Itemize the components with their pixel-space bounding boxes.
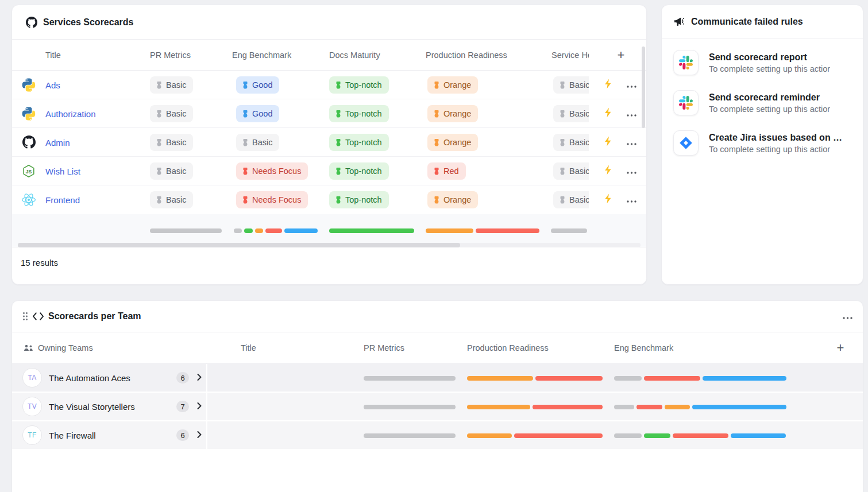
service-title-link[interactable]: Frontend xyxy=(45,195,80,205)
team-count-badge: 7 xyxy=(176,401,189,412)
teams-panel-title: Scorecards per Team xyxy=(48,311,141,321)
col-production-readiness[interactable]: Production Readiness xyxy=(426,51,507,60)
pr-metrics-badge[interactable]: Basic xyxy=(150,191,193,208)
col-docs-maturity[interactable]: Docs Maturity xyxy=(329,51,380,60)
rule-item-send-scorecard-reminder[interactable]: Send scorecard reminder To complete sett… xyxy=(673,90,851,115)
pr-metrics-badge[interactable]: Basic xyxy=(150,105,193,122)
teams-column-header: Owning Teams Title PR Metrics Production… xyxy=(12,332,863,364)
col-title[interactable]: Title xyxy=(45,51,61,60)
production-readiness-badge[interactable]: Orange xyxy=(427,105,478,122)
panel-menu-icon[interactable] xyxy=(843,311,852,321)
eng-benchmark-bars xyxy=(614,405,786,409)
eng-benchmark-badge[interactable]: Needs Focus xyxy=(236,162,308,180)
rule-items-list: Send scorecard report To complete settin… xyxy=(662,38,863,156)
service-health-cell: Basic xyxy=(553,105,589,122)
service-row-admin[interactable]: Admin Basic Basic Top-notch Orange Basic xyxy=(12,128,646,157)
drag-handle-icon[interactable] xyxy=(22,312,28,321)
production-readiness-badge[interactable]: Orange xyxy=(427,191,478,208)
service-row-authorization[interactable]: Authorization Basic Good Top-notch Orang… xyxy=(12,99,646,128)
services-panel-title: Services Scorecards xyxy=(43,17,133,28)
horizontal-scrollbar-thumb[interactable] xyxy=(18,243,460,247)
col-production-readiness[interactable]: Production Readiness xyxy=(467,343,549,352)
docs-maturity-badge[interactable]: Top-notch xyxy=(329,105,389,122)
service-title-link[interactable]: Ads xyxy=(45,80,60,90)
service-health-badge[interactable]: Basic xyxy=(553,76,589,94)
python-icon xyxy=(21,78,36,92)
eng-benchmark-badge[interactable]: Good xyxy=(236,76,279,94)
col-eng-benchmark[interactable]: Eng Benchmark xyxy=(232,51,291,60)
rule-item-send-scorecard-report[interactable]: Send scorecard report To complete settin… xyxy=(673,50,851,75)
service-row-wish-list[interactable]: JS Wish List Basic Needs Focus Top-notch… xyxy=(12,157,646,185)
automation-bolt-icon[interactable] xyxy=(604,165,612,177)
owning-team-cell[interactable]: TA The Automation Aces 6 xyxy=(12,364,207,392)
team-name: The Automation Aces xyxy=(49,373,130,383)
pr-metrics-badge[interactable]: Basic xyxy=(150,134,193,151)
horizontal-scrollbar[interactable] xyxy=(18,243,641,247)
rule-subtitle: To complete setting up this actior xyxy=(709,145,842,154)
svg-text:JS: JS xyxy=(26,168,32,174)
communicate-failed-rules-panel: Communicate failed rules Send scorecard … xyxy=(661,5,863,285)
automation-bolt-icon[interactable] xyxy=(604,136,612,148)
team-avatar: TV xyxy=(22,397,42,416)
service-health-badge[interactable]: Basic xyxy=(553,105,589,122)
docs-maturity-badge[interactable]: Top-notch xyxy=(329,191,389,208)
service-health-badge[interactable]: Basic xyxy=(553,162,589,180)
owning-team-cell[interactable]: TF The Firewall 6 xyxy=(12,421,207,449)
production-readiness-badge[interactable]: Orange xyxy=(427,134,478,151)
service-title-link[interactable]: Authorization xyxy=(45,109,96,118)
col-title[interactable]: Title xyxy=(241,343,256,352)
production-readiness-summary-bars xyxy=(426,228,539,233)
col-owning-teams[interactable]: Owning Teams xyxy=(24,343,93,352)
service-title-link[interactable]: Wish List xyxy=(45,166,80,176)
service-title-link[interactable]: Admin xyxy=(45,137,70,147)
owning-team-cell[interactable]: TV The Visual Storytellers 7 xyxy=(12,393,207,420)
team-avatar: TF xyxy=(22,425,42,445)
github-icon xyxy=(26,17,37,28)
production-readiness-badge[interactable]: Orange xyxy=(427,76,478,94)
col-pr-metrics[interactable]: PR Metrics xyxy=(364,343,404,352)
add-column-button[interactable]: + xyxy=(832,340,848,356)
service-health-cell: Basic xyxy=(553,76,589,94)
col-pr-metrics[interactable]: PR Metrics xyxy=(150,51,191,60)
team-count-badge: 6 xyxy=(176,429,189,441)
row-menu-icon[interactable] xyxy=(627,109,636,119)
vertical-scrollbar[interactable] xyxy=(642,47,645,128)
automation-bolt-icon[interactable] xyxy=(604,79,612,91)
row-menu-icon[interactable] xyxy=(627,137,636,148)
pr-metrics-badge[interactable]: Basic xyxy=(150,76,193,94)
docs-maturity-badge[interactable]: Top-notch xyxy=(329,162,389,180)
docs-maturity-badge[interactable]: Top-notch xyxy=(329,76,389,94)
row-menu-icon[interactable] xyxy=(627,166,636,176)
team-row-the-automation-aces[interactable]: TA The Automation Aces 6 xyxy=(12,364,863,393)
docs-maturity-badge[interactable]: Top-notch xyxy=(329,134,389,151)
col-eng-benchmark[interactable]: Eng Benchmark xyxy=(614,343,673,352)
col-service-health[interactable]: Service Health xyxy=(551,51,589,60)
production-readiness-badge[interactable]: Red xyxy=(427,162,466,180)
pr-metrics-badge[interactable]: Basic xyxy=(150,162,193,180)
eng-benchmark-summary-bars xyxy=(234,228,318,233)
automation-bolt-icon[interactable] xyxy=(604,107,612,119)
automation-bolt-icon[interactable] xyxy=(604,194,612,206)
python-icon xyxy=(21,106,36,121)
service-health-badge[interactable]: Basic xyxy=(553,191,589,208)
pr-metrics-bars xyxy=(364,405,456,409)
row-menu-icon[interactable] xyxy=(627,80,636,90)
rule-item-create-jira-issues[interactable]: Create Jira issues based on … To complet… xyxy=(673,130,851,156)
add-column-button[interactable]: + xyxy=(613,47,629,63)
team-row-the-firewall[interactable]: TF The Firewall 6 xyxy=(12,421,863,450)
service-health-cell: Basic xyxy=(553,191,589,208)
eng-benchmark-badge[interactable]: Needs Focus xyxy=(236,191,308,208)
github-icon xyxy=(21,135,36,150)
service-health-badge[interactable]: Basic xyxy=(553,134,589,151)
chevron-right-icon[interactable] xyxy=(197,373,202,383)
rule-title: Send scorecard reminder xyxy=(709,92,830,103)
row-menu-icon[interactable] xyxy=(627,195,636,205)
team-row-the-visual-storytellers[interactable]: TV The Visual Storytellers 7 xyxy=(12,393,863,421)
service-row-frontend[interactable]: Frontend Basic Needs Focus Top-notch Ora… xyxy=(12,185,646,214)
chevron-right-icon[interactable] xyxy=(197,430,202,440)
pr-metrics-bars xyxy=(364,433,456,438)
eng-benchmark-badge[interactable]: Good xyxy=(236,105,279,122)
service-row-ads[interactable]: Ads Basic Good Top-notch Orange Basic xyxy=(12,71,646,99)
eng-benchmark-badge[interactable]: Basic xyxy=(236,134,279,151)
chevron-right-icon[interactable] xyxy=(197,401,202,412)
